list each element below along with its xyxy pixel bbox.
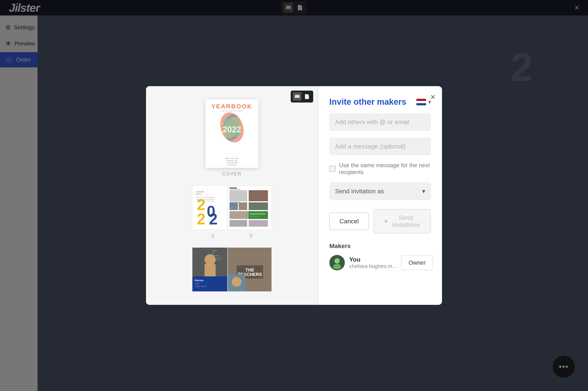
svg-text:NOTE: NOTE xyxy=(196,193,201,195)
panel-header: Invite other makers ▾ xyxy=(329,97,431,107)
teachers-right-svg: THE TEACHERS xyxy=(228,248,272,292)
invite-panel: Invite other makers ▾ Use the same messa… xyxy=(318,86,442,305)
same-message-row: Use the same message for the next recipi… xyxy=(329,162,431,176)
svg-rect-32 xyxy=(204,264,216,276)
svg-text:Lorem ipsum dolor sit amet con: Lorem ipsum dolor sit amet consectetur xyxy=(196,197,216,198)
page-right: INSIDE THE TEACHERS THE STUDENTS S xyxy=(227,186,272,230)
svg-text:2: 2 xyxy=(197,210,205,228)
cover-page-label: COVER xyxy=(222,171,241,177)
svg-text:THE TEACHERS: THE TEACHERS xyxy=(230,189,240,190)
flag-white xyxy=(416,101,426,103)
send-invitation-label: Send invitation as xyxy=(335,188,384,195)
svg-rect-17 xyxy=(249,190,268,201)
send-icon: ✦ xyxy=(384,218,388,225)
svg-rect-20 xyxy=(249,202,268,210)
spread-section: 2 0 2 2 EDITOR'S NOTE Lorem ipsum dolor … xyxy=(157,186,306,239)
maker-avatar xyxy=(329,255,345,270)
svg-rect-18 xyxy=(229,202,238,210)
modal-close-btn[interactable]: × xyxy=(430,93,435,101)
svg-point-49 xyxy=(333,264,341,269)
svg-text:STUDENT CLUB: STUDENT CLUB xyxy=(230,204,240,206)
svg-rect-22 xyxy=(229,220,247,227)
same-message-checkbox[interactable] xyxy=(329,166,336,172)
svg-point-47 xyxy=(232,277,241,287)
svg-rect-19 xyxy=(239,202,247,210)
modal: × 📖 📄 YEARBOOK NORTHSIDE ACADEMY xyxy=(146,86,442,305)
page2-svg: 2 0 2 2 EDITOR'S NOTE Lorem ipsum dolor … xyxy=(195,188,228,230)
cover-bottom-text: MAKE YOUR OWNSTUDENT LIFECLASS OF 2022CO… xyxy=(223,158,241,166)
page3-label: 3 xyxy=(250,233,252,239)
cover-section: YEARBOOK NORTHSIDE ACADEMY 2022 MAKE YOU… xyxy=(157,99,306,177)
teachers-page-left: Patricia Smith English teacher Patricia … xyxy=(192,247,227,292)
cover-subtitle: NORTHSIDE ACADEMY xyxy=(220,110,243,112)
svg-rect-23 xyxy=(249,220,268,227)
svg-text:Hill: Hill xyxy=(212,252,214,253)
svg-point-48 xyxy=(334,258,340,264)
cover-svg-art: 2022 xyxy=(212,112,252,143)
maker-role-button[interactable]: Owner xyxy=(401,255,433,270)
panel-header-right: ▾ xyxy=(416,99,431,105)
page3-svg: INSIDE THE TEACHERS THE STUDENTS S xyxy=(228,186,270,228)
svg-text:Smith: Smith xyxy=(195,283,200,285)
makers-section: Makers You chelsea.hughes.m... Owner xyxy=(329,243,431,270)
maker-email: chelsea.hughes.m... xyxy=(349,263,397,269)
maker-name: You xyxy=(349,256,397,263)
flag-red xyxy=(416,99,426,101)
dropdown-chevron: ▾ xyxy=(422,188,425,195)
svg-text:English teacher: English teacher xyxy=(195,286,207,288)
maker-row: You chelsea.hughes.m... Owner xyxy=(329,255,431,270)
svg-text:amet consectetur: amet consectetur xyxy=(212,259,221,260)
flag-blue xyxy=(416,103,426,105)
svg-rect-27 xyxy=(249,211,268,219)
svg-text:incididunt ut labore et dolore: incididunt ut labore et dolore magna xyxy=(196,200,214,202)
send-invitation-dropdown[interactable]: Send invitation as ▾ xyxy=(329,182,431,200)
teachers-spread: Patricia Smith English teacher Patricia … xyxy=(192,247,272,292)
svg-text:adipiscing elit sed do eiusmod: adipiscing elit sed do eiusmod tempor xyxy=(196,198,215,200)
book-cover: YEARBOOK NORTHSIDE ACADEMY 2022 MAKE YOU… xyxy=(205,99,258,168)
makers-title: Makers xyxy=(329,243,431,250)
spread-labels: 2 3 xyxy=(211,233,252,239)
nl-flag xyxy=(416,99,426,105)
page2-label: 2 xyxy=(211,233,214,239)
svg-text:THE: THE xyxy=(245,268,254,272)
add-message-input[interactable] xyxy=(329,138,431,155)
cover-art: YEARBOOK NORTHSIDE ACADEMY 2022 MAKE YOU… xyxy=(205,99,258,168)
svg-text:THE STUDENTS: THE STUDENTS xyxy=(230,201,240,202)
cover-title: YEARBOOK xyxy=(211,103,252,110)
inside-spread: 2 0 2 2 EDITOR'S NOTE Lorem ipsum dolor … xyxy=(192,186,272,230)
svg-text:EDITOR'S: EDITOR'S xyxy=(196,191,204,193)
svg-text:2: 2 xyxy=(209,210,218,228)
teachers-page-right: THE TEACHERS xyxy=(227,247,272,292)
svg-text:2022: 2022 xyxy=(222,125,241,134)
svg-text:Patricia: Patricia xyxy=(212,250,217,251)
modal-book-icon[interactable]: 📖 xyxy=(293,92,301,101)
avatar-icon xyxy=(330,256,344,269)
modal-page-icon[interactable]: 📄 xyxy=(303,92,311,101)
panel-title: Invite other makers xyxy=(329,97,406,107)
action-buttons: Cancel ✦ Send invitations xyxy=(329,209,431,234)
svg-text:Lorem ipsum dolor sit: Lorem ipsum dolor sit xyxy=(212,257,223,258)
svg-text:CONGRATULATIONS: CONGRATULATIONS xyxy=(250,213,265,215)
teachers-section: Patricia Smith English teacher Patricia … xyxy=(157,247,306,292)
page-left: 2 0 2 2 EDITOR'S NOTE Lorem ipsum dolor … xyxy=(192,186,227,230)
svg-text:Patricia: Patricia xyxy=(195,279,204,282)
send-btn-label: Send invitations xyxy=(391,214,421,228)
teachers-left-svg: Patricia Smith English teacher Patricia … xyxy=(193,248,227,292)
maker-info: You chelsea.hughes.m... xyxy=(349,256,397,269)
modal-preview-panel: 📖 📄 YEARBOOK NORTHSIDE ACADEMY 2022 xyxy=(146,86,318,305)
svg-rect-16 xyxy=(229,190,247,201)
add-email-input[interactable] xyxy=(329,113,431,131)
svg-text:CLASS OF 2022: CLASS OF 2022 xyxy=(250,216,260,217)
modal-view-toggle: 📖 📄 xyxy=(291,91,313,102)
cancel-button[interactable]: Cancel xyxy=(329,212,369,230)
same-message-label: Use the same message for the next recipi… xyxy=(339,162,431,176)
send-invitations-button: ✦ Send invitations xyxy=(373,209,431,234)
svg-text:CEO address: CEO address xyxy=(212,255,219,256)
